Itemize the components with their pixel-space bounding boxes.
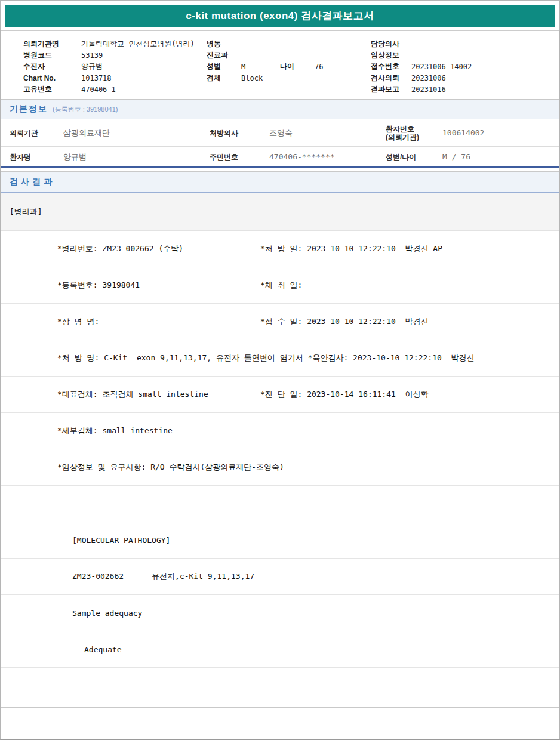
- result-left: Sample adequacy: [72, 609, 275, 618]
- field-label: 수진자: [23, 61, 81, 72]
- field-label: 병원코드: [23, 50, 81, 60]
- top-info-middle-column: 병동 진료과 성별 M 나이 76 검체 Block: [207, 38, 362, 84]
- patient-name-value: 양규범: [63, 152, 210, 162]
- result-row: *처 방 명: C-Kit exon 9,11,13,17, 유전자 돌연변이 …: [1, 340, 559, 377]
- field-value: 20231006-14002: [411, 63, 472, 71]
- result-row: *등록번호: 39198041 *채 취 일:: [1, 267, 559, 304]
- field-label: 성별: [207, 61, 241, 72]
- result-left: *대표검체: 조직검체 small intestine: [57, 389, 260, 400]
- field-report-date: 결과보고 20231016: [371, 84, 550, 95]
- results-section-header: 검사결과: [1, 171, 559, 193]
- field-value: 양규범: [81, 61, 103, 72]
- field-label: 의뢰기관명: [23, 39, 81, 49]
- field-label: 검사의뢰: [371, 73, 411, 83]
- result-row-gene-test: ZM23-002662 유전자,c-Kit 9,11,13,17: [1, 559, 559, 595]
- result-left: *등록번호: 39198041: [57, 280, 260, 291]
- result-row-molecular-pathology-header: [MOLECULAR PATHOLOGY]: [1, 522, 559, 559]
- resident-id-label: 주민번호: [210, 153, 269, 161]
- age-value: 76: [315, 63, 323, 71]
- result-left: *병리번호: ZM23-002662 (수탁): [57, 243, 260, 254]
- department-label: [병리과]: [10, 206, 42, 217]
- basic-info-row-1: 의뢰기관 삼광의료재단 처방의사 조영숙 환자번호 (의뢰기관) 1006140…: [1, 119, 559, 147]
- field-unique-no: 고유번호 470406-1: [23, 84, 202, 95]
- sex-value: M: [241, 63, 280, 71]
- referring-org-value: 삼광의료재단: [63, 128, 210, 138]
- patient-header-info: 의뢰기관명 가톨릭대학교 인천성모병원(병리) 병원코드 53139 수진자 양…: [1, 31, 559, 99]
- field-label: 임상정보: [371, 50, 411, 60]
- field-examinee: 수진자 양규범: [23, 61, 202, 72]
- field-hospital-code: 병원코드 53139: [23, 50, 202, 61]
- footer-spacer: [1, 707, 559, 737]
- field-value: 470406-1: [81, 85, 116, 94]
- referring-org-label: 의뢰기관: [10, 129, 63, 137]
- field-value: 53139: [81, 51, 103, 60]
- field-value: 20231006: [411, 74, 446, 82]
- department-row: [병리과]: [1, 193, 559, 231]
- registration-number-note: (등록번호 : 39198041): [53, 105, 118, 114]
- basic-info-title: 기본정보: [10, 104, 48, 115]
- basic-info-row-2: 환자명 양규범 주민번호 470406-******* 성별/나이 M / 76: [1, 147, 559, 166]
- result-row: *임상정보 및 요구사항: R/O 수탁검사(삼광의료재단-조영숙): [1, 449, 559, 486]
- result-right: *진 단 일: 2023-10-14 16:11:41 이성학: [260, 389, 429, 400]
- result-left: *세부검체: small intestine: [57, 426, 260, 436]
- resident-id-value: 470406-*******: [269, 152, 386, 161]
- field-clinical-info: 임상정보: [371, 50, 550, 61]
- result-left: *임상정보 및 요구사항: R/O 수탁검사(삼광의료재단-조영숙): [57, 462, 289, 473]
- field-value: Block: [241, 74, 263, 82]
- field-referring-org-name: 의뢰기관명 가톨릭대학교 인천성모병원(병리): [23, 38, 202, 50]
- result-left: *처 방 명: C-Kit exon 9,11,13,17, 유전자 돌연변이 …: [57, 353, 308, 363]
- result-row-sample-adequacy: Sample adequacy: [1, 595, 559, 631]
- patient-number-value: 100614002: [442, 128, 559, 137]
- result-right: *접 수 일: 2023-10-10 12:22:10 박경신: [260, 316, 429, 327]
- field-department: 진료과: [207, 50, 362, 61]
- result-left: [MOLECULAR PATHOLOGY]: [72, 536, 275, 545]
- result-row-adequate: Adequate: [1, 631, 559, 668]
- field-label: 병동: [207, 39, 241, 49]
- result-row: *상 병 명: - *접 수 일: 2023-10-10 12:22:10 박경…: [1, 304, 559, 340]
- patient-name-label: 환자명: [10, 153, 63, 161]
- prescribing-doctor-value: 조영숙: [269, 128, 386, 138]
- result-row: *세부검체: small intestine: [1, 413, 559, 449]
- field-label: 결과보고: [371, 84, 411, 94]
- results-title: 검사결과: [10, 177, 55, 187]
- report-title-banner: c-kit mutation (exon4) 검사결과보고서: [5, 5, 555, 27]
- field-label: 진료과: [207, 50, 241, 60]
- field-value: 20231016: [411, 85, 446, 94]
- banner-wrap: c-kit mutation (exon4) 검사결과보고서: [1, 1, 559, 31]
- result-left: *상 병 명: -: [57, 316, 260, 327]
- field-label: Chart No.: [23, 74, 81, 82]
- sex-age-label: 성별/나이: [386, 153, 442, 161]
- field-label: 접수번호: [371, 61, 411, 72]
- top-info-right-column: 담당의사 임상정보 접수번호 20231006-14002 검사의뢰 20231…: [371, 38, 550, 95]
- field-label: 담당의사: [371, 39, 411, 49]
- sex-age-value: M / 76: [442, 152, 559, 161]
- field-specimen: 검체 Block: [207, 72, 362, 84]
- field-value: 가톨릭대학교 인천성모병원(병리): [81, 39, 195, 49]
- field-attending-doctor: 담당의사: [371, 38, 550, 50]
- result-rows: *병리번호: ZM23-002662 (수탁) *처 방 일: 2023-10-…: [1, 231, 559, 704]
- field-chart-no: Chart No. 1013718: [23, 72, 202, 84]
- result-left: ZM23-002662 유전자,c-Kit 9,11,13,17: [72, 571, 275, 582]
- field-test-request-date: 검사의뢰 20231006: [371, 72, 550, 84]
- field-value: 1013718: [81, 74, 112, 82]
- report-page: c-kit mutation (exon4) 검사결과보고서 의뢰기관명 가톨릭…: [0, 0, 560, 740]
- field-label: 나이: [280, 61, 315, 72]
- report-title: c-kit mutation (exon4) 검사결과보고서: [186, 10, 374, 21]
- field-sex-age: 성별 M 나이 76: [207, 61, 362, 72]
- result-right: *처 방 일: 2023-10-10 12:22:10 박경신 AP: [260, 243, 442, 254]
- top-info-left-column: 의뢰기관명 가톨릭대학교 인천성모병원(병리) 병원코드 53139 수진자 양…: [23, 38, 202, 95]
- result-left: Adequate: [84, 645, 287, 654]
- result-row: *대표검체: 조직검체 small intestine *진 단 일: 2023…: [1, 377, 559, 413]
- result-row: *병리번호: ZM23-002662 (수탁) *처 방 일: 2023-10-…: [1, 231, 559, 267]
- result-right: *육안검사: 2023-10-10 12:22:10 박경신: [308, 353, 475, 363]
- field-label: 검체: [207, 73, 241, 83]
- prescribing-doctor-label: 처방의사: [210, 129, 269, 137]
- field-ward: 병동: [207, 38, 362, 50]
- result-row-empty: [1, 486, 559, 522]
- patient-number-label: 환자번호 (의뢰기관): [386, 125, 442, 141]
- basic-info-table: 의뢰기관 삼광의료재단 처방의사 조영숙 환자번호 (의뢰기관) 1006140…: [1, 119, 559, 168]
- field-receipt-no: 접수번호 20231006-14002: [371, 61, 550, 72]
- field-label: 고유번호: [23, 84, 81, 94]
- result-row-empty: [1, 668, 559, 704]
- basic-info-section-header: 기본정보 (등록번호 : 39198041): [1, 99, 559, 119]
